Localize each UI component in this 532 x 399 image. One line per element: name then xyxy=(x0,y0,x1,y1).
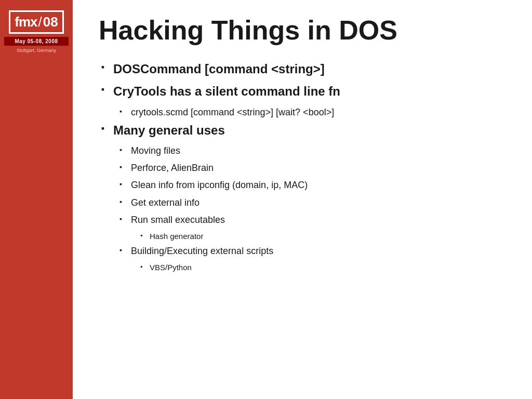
bullet-icon: ▪ xyxy=(119,163,126,171)
list-item: ▪ Hash generator xyxy=(140,231,506,242)
list-item: ▪ Glean info from ipconfig (domain, ip, … xyxy=(119,179,506,192)
bullet-text: Moving files xyxy=(131,144,180,157)
event-location: Stuttgart, Germany xyxy=(17,48,56,53)
list-item: ▪ VBS/Python xyxy=(140,262,506,273)
hash-generator-text: Hash generator xyxy=(150,231,203,242)
bullet-text: Run small executables xyxy=(131,214,225,227)
bullet-text: DOSCommand [command <string>] xyxy=(113,61,325,77)
event-date: May 05-08, 2008 xyxy=(4,37,69,46)
bullet-icon: ▪ xyxy=(99,62,107,73)
bullet-icon: ▪ xyxy=(119,197,126,206)
bullet-icon: ▪ xyxy=(140,232,145,239)
bullet-text: Perforce, AlienBrain xyxy=(131,162,214,175)
list-item: ▪ Get external info xyxy=(119,196,506,209)
bullet-icon: ▪ xyxy=(140,263,145,270)
list-item: ▪ CryTools has a silent command line fn xyxy=(99,83,506,99)
bullet-text: VBS/Python xyxy=(150,262,192,273)
bullet-icon: ▪ xyxy=(119,145,126,154)
list-item: ▪ Run small executables xyxy=(119,214,506,227)
logo-08: 08 xyxy=(43,14,58,30)
logo-slash: / xyxy=(38,14,42,30)
bullet-icon: ▪ xyxy=(119,180,126,188)
list-item: ▪ crytools.scmd [command <string>] [wait… xyxy=(119,106,506,119)
list-item: ▪ Moving files xyxy=(119,144,506,157)
list-item: ▪ Building/Executing external scripts xyxy=(119,245,506,258)
bullet-icon: ▪ xyxy=(119,246,126,254)
get-external-info-text: Get external info xyxy=(131,196,200,209)
bullet-text: Many general uses xyxy=(113,122,225,138)
content-area: ▪ DOSCommand [command <string>] ▪ CryToo… xyxy=(99,61,506,389)
logo-fmx: fmx xyxy=(15,14,37,30)
bullet-icon: ▪ xyxy=(119,107,126,115)
bullet-text: CryTools has a silent command line fn xyxy=(113,83,340,99)
bullet-icon: ▪ xyxy=(99,123,107,134)
sidebar: fmx / 08 May 05-08, 2008 Stuttgart, Germ… xyxy=(0,0,73,399)
main-content: Hacking Things in DOS ▪ DOSCommand [comm… xyxy=(73,0,532,399)
logo-box: fmx / 08 xyxy=(9,10,63,34)
list-item: ▪ Perforce, AlienBrain xyxy=(119,162,506,175)
list-item: ▪ DOSCommand [command <string>] xyxy=(99,61,506,77)
bullet-text: Building/Executing external scripts xyxy=(131,245,273,258)
bullet-icon: ▪ xyxy=(119,215,126,223)
bullet-text: crytools.scmd [command <string>] [wait? … xyxy=(131,106,334,119)
list-item: ▪ Many general uses xyxy=(99,122,506,138)
slide-title: Hacking Things in DOS xyxy=(99,16,506,45)
bullet-icon: ▪ xyxy=(99,84,107,95)
bullet-text: Glean info from ipconfig (domain, ip, MA… xyxy=(131,179,308,192)
logo-area: fmx / 08 May 05-08, 2008 Stuttgart, Germ… xyxy=(0,5,73,53)
